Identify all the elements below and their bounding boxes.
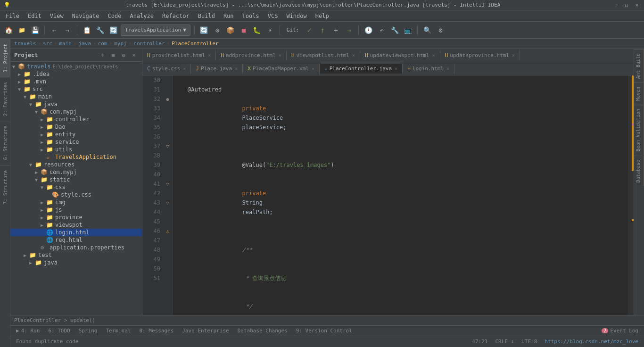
status-url[interactable]: https://blog.csdn.net/mzc_love — [543, 339, 640, 345]
toolbar-save[interactable]: 💾 — [29, 25, 41, 36]
tree-test[interactable]: ▶ 📁 test — [10, 251, 142, 259]
menu-edit[interactable]: Edit — [24, 12, 45, 20]
fold-arrow[interactable]: ▽ — [163, 141, 172, 151]
tab-close[interactable]: × — [395, 66, 397, 71]
tree-utils[interactable]: ▶ 📁 utils — [10, 146, 142, 153]
breadcrumb-src[interactable]: src — [43, 41, 52, 47]
tab-close[interactable]: × — [446, 66, 449, 71]
breadcrumb-mypj[interactable]: mypj — [114, 41, 127, 47]
breadcrumb-main[interactable]: main — [59, 41, 72, 47]
tree-entity[interactable]: ▶ 📁 entity — [10, 131, 142, 138]
toolbar-btn4[interactable]: 📦 — [225, 25, 236, 36]
toolbar-btn5[interactable]: ⚡ — [264, 25, 276, 36]
tab-close[interactable]: × — [312, 66, 314, 71]
tree-img[interactable]: ▶ 📁 img — [10, 198, 142, 206]
rtab-ant-build[interactable]: Ant Build — [634, 49, 644, 83]
breadcrumb-controller[interactable]: controller — [133, 41, 165, 47]
tree-main[interactable]: ▼ 📁 main — [10, 93, 142, 100]
bottom-tab-todo[interactable]: 6: TODO — [44, 327, 74, 335]
tab-close[interactable]: × — [279, 53, 281, 58]
tree-controller[interactable]: ▶ 📁 controller — [10, 116, 142, 123]
fold-arrow3[interactable]: ▽ — [163, 198, 172, 207]
toolbar-config[interactable]: ⚙ — [435, 25, 446, 36]
vtab-favorites[interactable]: 2: Favorites — [0, 77, 10, 121]
tree-java[interactable]: ▼ 📁 java — [10, 100, 142, 108]
menu-refactor[interactable]: Refactor — [158, 12, 193, 20]
tree-css[interactable]: ▼ 📁 css — [10, 183, 142, 191]
run-config-dropdown[interactable]: TravelsApplication ▼ — [121, 25, 190, 36]
breadcrumb-com[interactable]: com — [98, 41, 107, 47]
menu-vcs[interactable]: VCS — [264, 12, 282, 20]
toolbar-run-config[interactable]: 📋 — [81, 25, 92, 36]
toolbar-refresh[interactable]: 🔄 — [198, 25, 210, 36]
tree-static[interactable]: ▼ 📁 static — [10, 176, 142, 183]
tab-login-html[interactable]: H login.html × — [403, 64, 454, 74]
close-button[interactable]: ✕ — [634, 2, 640, 8]
minimize-button[interactable]: ─ — [613, 2, 619, 8]
menu-analyze[interactable]: Analyze — [126, 12, 157, 20]
fold-arrow2[interactable]: ▽ — [163, 179, 172, 189]
menu-build[interactable]: Build — [194, 12, 219, 20]
vtab-project[interactable]: 1: Project — [0, 39, 10, 77]
rtab-bean-validation[interactable]: Bean Validation — [634, 105, 644, 155]
tab-updateviewspot[interactable]: H updateviewspot.html × — [360, 50, 440, 60]
menu-help[interactable]: Help — [312, 12, 333, 20]
tab-close[interactable]: × — [183, 66, 186, 71]
tab-close[interactable]: × — [432, 53, 435, 58]
maximize-button[interactable]: □ — [623, 2, 630, 8]
toolbar-clock[interactable]: 🕐 — [363, 25, 374, 36]
tree-resources[interactable]: ▼ 📁 resources — [10, 161, 142, 168]
tree-reg-html[interactable]: ▶ 🌐 reg.html — [10, 236, 142, 244]
tab-place-java[interactable]: J Place.java × — [191, 64, 243, 74]
project-add-btn[interactable]: + — [99, 51, 107, 59]
project-close-btn[interactable]: × — [130, 51, 138, 59]
editor-scrollbar[interactable] — [628, 75, 634, 315]
toolbar-search[interactable]: 🔍 — [421, 25, 433, 36]
tab-placedaomapper[interactable]: X PlaceDaoMapper.xml × — [243, 64, 320, 74]
toolbar-terminal[interactable]: 📺 — [402, 25, 413, 36]
bottom-tab-spring[interactable]: Spring — [75, 327, 101, 335]
vtab-structure2[interactable]: 7: Structure — [0, 165, 10, 209]
vtab-structure[interactable]: 6: Structure — [0, 121, 10, 165]
tab-close[interactable]: × — [208, 53, 211, 58]
bottom-tab-event-log[interactable]: 2 Event Log — [598, 327, 642, 335]
toolbar-forward[interactable]: → — [62, 25, 73, 36]
tree-travels[interactable]: ▼ 📦 travels E:\idea_project\travels — [10, 63, 142, 70]
tab-addprovince[interactable]: H addprovince.html × — [216, 50, 287, 60]
bottom-tab-run[interactable]: ▶ 4: Run — [12, 327, 43, 335]
toolbar-debug[interactable]: 🐛 — [251, 25, 263, 36]
rtab-maven[interactable]: Maven — [634, 83, 644, 105]
menu-code[interactable]: Code — [104, 12, 125, 20]
tree-style-css[interactable]: ▶ 🎨 style.css — [10, 191, 142, 198]
toolbar-redo[interactable]: 🔧 — [389, 25, 400, 36]
breadcrumb-java[interactable]: java — [79, 41, 91, 47]
breadcrumb-travels[interactable]: travels — [14, 41, 36, 47]
bottom-tab-java-enterprise[interactable]: Java Enterprise — [178, 327, 232, 335]
tree-com-mypj-2[interactable]: ▶ 📦 com.mypj — [10, 168, 142, 176]
toolbar-git-pull[interactable]: + — [330, 25, 341, 36]
status-encoding[interactable]: UTF-8 — [520, 339, 539, 345]
tree-src[interactable]: ▼ 📁 src — [10, 85, 142, 93]
bottom-tab-terminal[interactable]: Terminal — [102, 327, 134, 335]
code-editor[interactable]: @Autowired private PlaceService placeSer… — [173, 75, 628, 315]
toolbar-open[interactable]: 📁 — [16, 25, 27, 36]
tab-placecontroller[interactable]: ☕ PlaceController.java × — [320, 64, 403, 74]
tree-service[interactable]: ▶ 📁 service — [10, 138, 142, 146]
tree-com-mypj[interactable]: ▼ 📦 com.mypj — [10, 108, 142, 116]
tab-provincelist[interactable]: H provincelist.html × — [142, 50, 216, 60]
tree-province[interactable]: ▶ 📁 province — [10, 214, 142, 221]
toolbar-undo[interactable]: ↶ — [376, 25, 387, 36]
toolbar-back[interactable]: ← — [49, 25, 60, 36]
status-crlf[interactable]: CRLF ↕ — [493, 339, 516, 345]
menu-view[interactable]: View — [46, 12, 67, 20]
tab-close[interactable]: × — [235, 66, 238, 71]
rtab-database[interactable]: Database — [634, 156, 644, 186]
toolbar-git-push[interactable]: ↑ — [317, 25, 328, 36]
project-settings-btn[interactable]: ⚙ — [119, 51, 128, 59]
bottom-tab-db-changes[interactable]: Database Changes — [234, 327, 291, 335]
menu-run[interactable]: Run — [220, 12, 238, 20]
toolbar-btn2[interactable]: 🔧 — [94, 25, 106, 36]
toolbar-home[interactable]: 🏠 — [3, 25, 14, 36]
toolbar-git-commit[interactable]: ✓ — [304, 25, 315, 36]
project-layout-btn[interactable]: ≡ — [109, 51, 117, 59]
